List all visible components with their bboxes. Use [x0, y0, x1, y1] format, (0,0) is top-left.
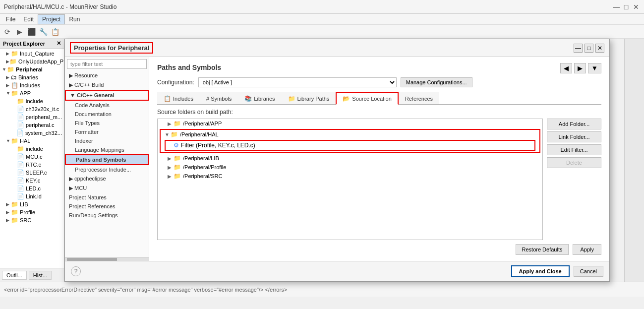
- toolbar-btn-1[interactable]: ⟳: [2, 26, 13, 37]
- source-item-hal[interactable]: ▼ 📁 /Peripheral/HAL: [161, 130, 539, 139]
- restore-defaults-btn[interactable]: Restore Defaults: [516, 244, 569, 255]
- nav-mcu[interactable]: ▶ MCU: [65, 184, 149, 193]
- source-item-app[interactable]: ▶ 📁 /Peripheral/APP: [158, 119, 542, 128]
- filter-input[interactable]: [67, 59, 147, 69]
- cancel-btn[interactable]: Cancel: [574, 266, 603, 277]
- project-explorer-panel: Project Explorer ✕ ▶ 📁 Input_Capture ▶ 📁…: [0, 39, 64, 282]
- nav-paths-symbols[interactable]: Paths and Symbols: [65, 154, 149, 165]
- tree-arrow: ▶: [6, 83, 11, 88]
- tree-item-peripheral-m[interactable]: 📄 peripheral_m...: [0, 113, 64, 121]
- file-icon: 📄: [17, 193, 24, 200]
- dialog-right-content: Paths and Symbols ◀ ▶ ▼ Configuration: o…: [149, 57, 609, 261]
- tab-libraries[interactable]: 📚 Libraries: [238, 92, 281, 104]
- tab-includes[interactable]: 📋 Includes: [157, 92, 200, 104]
- source-item-profile[interactable]: ▶ 📁 /Peripheral/Profile: [158, 163, 542, 172]
- tree-item-peripheral[interactable]: ▼ 📁 Peripheral: [0, 65, 64, 73]
- tree-item-mcu[interactable]: 📄 MCU.c: [0, 153, 64, 161]
- nav-cppcheclipse[interactable]: ▶ cppcheclipse: [65, 174, 149, 184]
- nav-resource[interactable]: ▶ Resource: [65, 71, 149, 80]
- tree-item-includes[interactable]: ▶ 📋 Includes: [0, 81, 64, 89]
- panel-close-icon[interactable]: ✕: [57, 40, 61, 47]
- tree-item-peripheral-c[interactable]: 📄 peripheral.c: [0, 121, 64, 129]
- close-btn[interactable]: ✕: [632, 3, 640, 11]
- delete-btn[interactable]: Delete: [547, 157, 601, 168]
- forward-btn[interactable]: ▶: [574, 63, 586, 73]
- tree-item-onlyupdate[interactable]: ▶ 📁 OnlyUpdateApp_P: [0, 58, 64, 65]
- file-icon: 📄: [17, 185, 24, 192]
- folder-icon: 📁: [174, 164, 181, 171]
- tree-item-include[interactable]: 📁 include: [0, 97, 64, 105]
- dropdown-btn[interactable]: ▼: [588, 63, 601, 73]
- nav-cpp-general[interactable]: ▼ C/C++ General: [65, 90, 149, 101]
- tab-references[interactable]: References: [399, 92, 439, 104]
- source-item-label: /Peripheral/SRC: [183, 173, 222, 179]
- dialog-close-btn[interactable]: ✕: [595, 44, 604, 53]
- back-btn[interactable]: ◀: [560, 63, 572, 73]
- menu-run[interactable]: Run: [65, 15, 84, 24]
- edit-filter-btn[interactable]: Edit Filter...: [547, 144, 601, 155]
- folder-icon: 📁: [174, 173, 181, 180]
- apply-and-close-btn[interactable]: Apply and Close: [511, 265, 570, 277]
- nav-formatter[interactable]: Formatter: [65, 127, 149, 136]
- toolbar-btn-3[interactable]: ⬛: [26, 26, 37, 37]
- bottom-tab-history[interactable]: Hist...: [29, 271, 52, 280]
- nav-run-debug[interactable]: Run/Debug Settings: [65, 211, 149, 220]
- tree-item-sleep[interactable]: 📄 SLEEP.c: [0, 169, 64, 177]
- menu-edit[interactable]: Edit: [19, 15, 38, 24]
- source-item-filter[interactable]: ⚙ Filter (Profile, KEY.c, LED.c): [165, 140, 535, 151]
- filter-label: Filter (Profile, KEY.c, LED.c): [181, 142, 255, 149]
- help-icon[interactable]: ?: [71, 266, 81, 276]
- dialog-left-scrollbar[interactable]: [65, 257, 149, 261]
- tab-source-location[interactable]: 📂 Source Location: [336, 92, 399, 105]
- nav-file-types[interactable]: File Types: [65, 119, 149, 127]
- nav-code-analysis[interactable]: Code Analysis: [65, 101, 149, 110]
- dialog-maximize-btn[interactable]: □: [585, 44, 593, 53]
- maximize-btn[interactable]: □: [622, 3, 630, 11]
- app-title: Peripheral/HAL/MCU.c - MounRiver Studio: [4, 3, 612, 10]
- tree-item-src[interactable]: ▶ 📁 SRC: [0, 216, 64, 224]
- tree-item-lib[interactable]: ▶ 📁 LIB: [0, 200, 64, 208]
- nav-preprocessor[interactable]: Preprocessor Include...: [65, 165, 149, 174]
- menu-file[interactable]: File: [2, 15, 19, 24]
- tree-item-led[interactable]: 📄 LED.c: [0, 185, 64, 192]
- tree-item-system[interactable]: 📄 system_ch32...: [0, 129, 64, 137]
- tab-source-location-label: Source Location: [352, 96, 392, 102]
- tree-item-key[interactable]: 📄 KEY.c: [0, 177, 64, 185]
- tree-item-binaries[interactable]: ▶ 🗂 Binaries: [0, 73, 64, 81]
- nav-cpp-build[interactable]: ▶ C/C++ Build: [65, 80, 149, 90]
- tree-item-linkld[interactable]: 📄 Link.ld: [0, 192, 64, 200]
- menu-project[interactable]: Project: [38, 14, 65, 24]
- manage-configurations-btn[interactable]: Manage Configurations...: [401, 77, 472, 87]
- bottom-tab-outline[interactable]: Outli...: [2, 271, 27, 280]
- config-select[interactable]: obj [ Active ]: [198, 77, 397, 87]
- toolbar-btn-5[interactable]: 📋: [50, 26, 60, 37]
- title-bar-controls: — □ ✕: [612, 3, 640, 11]
- tree-item-app[interactable]: ▼ 📁 APP: [0, 89, 64, 97]
- nav-documentation[interactable]: Documentation: [65, 110, 149, 119]
- tree-item-ch32[interactable]: 📄 ch32v20x_it.c: [0, 105, 64, 113]
- tree-label: LED.c: [26, 185, 41, 191]
- tree-item-hal[interactable]: ▼ 📁 HAL: [0, 137, 64, 145]
- lib-paths-tab-icon: 📁: [288, 95, 295, 102]
- apply-btn[interactable]: Apply: [573, 244, 601, 255]
- nav-project-references[interactable]: Project References: [65, 202, 149, 211]
- tree-item-input-capture[interactable]: ▶ 📁 Input_Capture: [0, 50, 64, 58]
- link-folder-btn[interactable]: Link Folder...: [547, 131, 601, 142]
- tree-item-rtc[interactable]: 📄 RTC.c: [0, 161, 64, 169]
- tab-symbols[interactable]: # Symbols: [200, 92, 238, 104]
- toolbar: ⟳ ▶ ⬛ 🔧 📋: [0, 25, 644, 39]
- toolbar-btn-2[interactable]: ▶: [14, 26, 25, 37]
- nav-lang-mappings[interactable]: Language Mappings: [65, 145, 149, 154]
- source-item-lib[interactable]: ▶ 📁 /Peripheral/LIB: [158, 154, 542, 163]
- minimize-btn[interactable]: —: [612, 3, 620, 11]
- tree-item-hal-include[interactable]: 📁 include: [0, 145, 64, 153]
- tab-library-paths[interactable]: 📁 Library Paths: [282, 92, 336, 104]
- nav-indexer[interactable]: Indexer: [65, 136, 149, 145]
- toolbar-btn-4[interactable]: 🔧: [38, 26, 49, 37]
- nav-project-natures[interactable]: Project Natures: [65, 193, 149, 202]
- add-folder-btn[interactable]: Add Folder...: [547, 119, 601, 129]
- filter-icon: ⚙: [174, 142, 179, 149]
- source-item-src[interactable]: ▶ 📁 /Peripheral/SRC: [158, 172, 542, 181]
- dialog-minimize-btn[interactable]: —: [574, 44, 583, 53]
- tree-item-profile[interactable]: ▶ 📁 Profile: [0, 208, 64, 216]
